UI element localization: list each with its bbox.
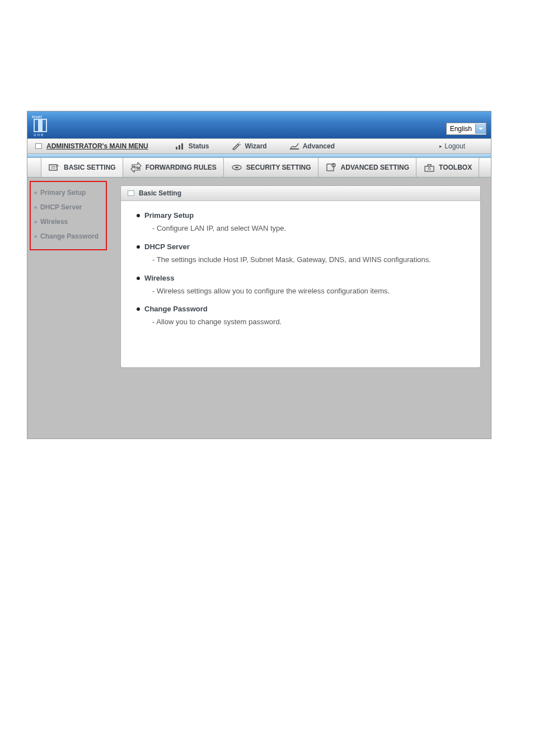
header-bar: level one English: [27, 111, 491, 138]
sidebar-item-change-password[interactable]: Change Password: [32, 229, 105, 244]
svg-point-10: [235, 167, 238, 169]
status-icon: [175, 142, 185, 150]
language-label: English: [447, 124, 475, 134]
app-window: level one English ADMINISTRATOR's MAIN M…: [27, 111, 491, 439]
panel-content: Primary Setup - Configure LAN IP, and se…: [121, 201, 480, 328]
tab-security-setting[interactable]: SECURITY SETTING: [223, 158, 318, 177]
chevron-down-icon[interactable]: [475, 124, 486, 134]
main-menu-bar: ADMINISTRATOR's MAIN MENU Status Wizard: [27, 138, 491, 154]
language-select[interactable]: English: [446, 123, 486, 135]
svg-point-14: [428, 167, 430, 170]
panel-title: Basic Setting: [121, 186, 480, 201]
section-primary-setup: Primary Setup - Configure LAN IP, and se…: [137, 211, 469, 235]
nav-advanced[interactable]: Advanced: [289, 142, 335, 150]
advanced-setting-icon: [325, 162, 338, 172]
tab-advanced-setting[interactable]: ADVANCED SETTING: [318, 158, 416, 177]
svg-rect-11: [327, 164, 334, 171]
svg-rect-5: [179, 145, 180, 150]
sidebar: Primary Setup DHCP Server Wireless Chang…: [27, 178, 109, 438]
tab-toolbox[interactable]: TOOLBOX: [416, 158, 479, 177]
svg-text:one: one: [34, 132, 44, 136]
window-icon: [35, 143, 42, 149]
toolbox-icon: [423, 162, 435, 172]
sidebar-highlight: Primary Setup DHCP Server Wireless Chang…: [30, 181, 107, 250]
window-icon: [128, 190, 134, 196]
section-dhcp-server: DHCP Server - The settings include Host …: [137, 242, 469, 266]
svg-text:level: level: [32, 114, 42, 119]
svg-rect-13: [425, 166, 434, 171]
security-icon: [231, 162, 243, 172]
svg-rect-8: [49, 165, 57, 170]
tab-forwarding-rules[interactable]: FORWARDING RULES: [123, 158, 223, 177]
section-change-password: Change Password - Allow you to change sy…: [137, 305, 469, 328]
basic-setting-icon: [48, 162, 60, 172]
sidebar-item-wireless[interactable]: Wireless: [32, 214, 105, 229]
svg-rect-4: [176, 147, 177, 150]
nav-logout[interactable]: Logout: [439, 142, 465, 150]
content-area: Primary Setup DHCP Server Wireless Chang…: [27, 178, 491, 438]
main-menu-title: ADMINISTRATOR's MAIN MENU: [27, 142, 153, 150]
svg-rect-6: [181, 143, 183, 150]
nav-wizard[interactable]: Wizard: [231, 142, 266, 150]
separator: [27, 154, 491, 158]
section-wireless: Wireless - Wireless settings allow you t…: [137, 274, 469, 297]
tab-basic-setting[interactable]: BASIC SETTING: [41, 158, 123, 177]
wizard-icon: [231, 142, 241, 150]
tab-bar: BASIC SETTING FORWARDING RULES SECURITY …: [27, 158, 491, 178]
main-panel-area: Basic Setting Primary Setup - Configure …: [109, 178, 491, 438]
brand-logo: level one: [31, 113, 52, 136]
sidebar-item-primary-setup[interactable]: Primary Setup: [32, 185, 105, 200]
panel-basic-setting: Basic Setting Primary Setup - Configure …: [120, 185, 481, 368]
sidebar-item-dhcp-server[interactable]: DHCP Server: [32, 200, 105, 214]
nav-status[interactable]: Status: [175, 142, 209, 150]
forwarding-icon: [130, 162, 142, 172]
advanced-icon: [289, 142, 299, 150]
svg-rect-7: [290, 148, 299, 150]
svg-rect-2: [38, 119, 43, 132]
